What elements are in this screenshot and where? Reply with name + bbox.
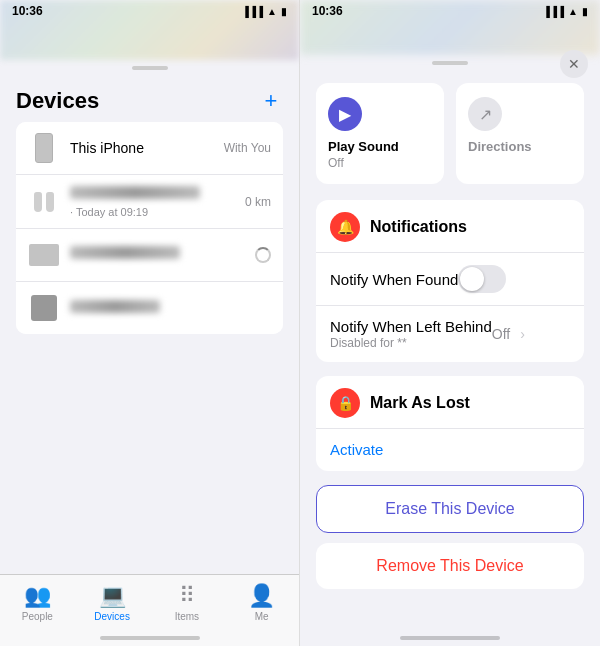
notify-left-info: Notify When Left Behind Disabled for ** bbox=[330, 318, 492, 350]
devices-title: Devices bbox=[16, 88, 99, 114]
device-info-4 bbox=[70, 299, 271, 317]
erase-button-label: Erase This Device bbox=[385, 500, 515, 517]
nav-label-people: People bbox=[22, 611, 53, 622]
home-indicator-right bbox=[400, 636, 500, 640]
directions-icon: ↗ bbox=[468, 97, 502, 131]
time-right: 10:36 bbox=[312, 4, 343, 18]
nav-label-devices: Devices bbox=[94, 611, 130, 622]
device-icon-4 bbox=[28, 292, 60, 324]
play-sound-card[interactable]: ▶ Play Sound Off bbox=[316, 83, 444, 184]
notifications-header: 🔔 Notifications bbox=[316, 200, 584, 252]
device-right-iphone: With You bbox=[224, 141, 271, 155]
add-device-button[interactable]: + bbox=[259, 89, 283, 113]
notifications-section: 🔔 Notifications Notify When Found Notify… bbox=[316, 200, 584, 362]
status-icons-right: ▐▐▐ ▲ ▮ bbox=[543, 6, 588, 17]
play-sound-icon: ▶ bbox=[328, 97, 362, 131]
devices-icon: 💻 bbox=[99, 583, 126, 609]
loading-spinner-macbook bbox=[255, 247, 271, 263]
close-icon: ✕ bbox=[568, 56, 580, 72]
device-name-4 bbox=[70, 300, 160, 313]
remove-button-label: Remove This Device bbox=[376, 557, 523, 574]
device-list: This iPhone With You · Today at 09:19 0 … bbox=[16, 122, 283, 334]
devices-header: Devices + bbox=[0, 78, 299, 122]
device-name-airpods bbox=[70, 186, 200, 199]
handle-bar-right bbox=[432, 61, 468, 65]
signal-icon-right: ▐▐▐ bbox=[543, 6, 564, 17]
status-icons-left: ▐▐▐ ▲ ▮ bbox=[242, 6, 287, 17]
device-info-macbook bbox=[70, 245, 247, 266]
device-name-iphone: This iPhone bbox=[70, 140, 216, 156]
device-info-iphone: This iPhone bbox=[70, 140, 216, 156]
notifications-icon: 🔔 bbox=[330, 212, 360, 242]
notify-left-sublabel: Disabled for ** bbox=[330, 336, 492, 350]
battery-icon-left: ▮ bbox=[281, 6, 287, 17]
device-right-airpods: 0 km bbox=[245, 195, 271, 209]
wifi-icon-right: ▲ bbox=[568, 6, 578, 17]
notify-left-label: Notify When Left Behind bbox=[330, 318, 492, 335]
notify-left-value: Off bbox=[492, 326, 510, 342]
nav-item-people[interactable]: 👥 People bbox=[0, 583, 75, 622]
play-sound-sublabel: Off bbox=[328, 156, 344, 170]
device-item-macbook[interactable] bbox=[16, 229, 283, 282]
device-distance-airpods: 0 km bbox=[245, 195, 271, 209]
device-icon-macbook bbox=[28, 239, 60, 271]
mark-as-lost-title: Mark As Lost bbox=[370, 394, 470, 412]
device-icon-iphone bbox=[28, 132, 60, 164]
device-name-macbook bbox=[70, 246, 180, 259]
activate-label[interactable]: Activate bbox=[330, 441, 383, 458]
items-icon: ⠿ bbox=[179, 583, 195, 609]
home-indicator-left bbox=[100, 636, 200, 640]
right-panel: 10:36 ▐▐▐ ▲ ▮ ✕ ▶ Play Sound Off ↗ Direc… bbox=[300, 0, 600, 646]
device-subtitle-iphone: With You bbox=[224, 141, 271, 155]
notifications-title: Notifications bbox=[370, 218, 467, 236]
device-icon-airpods bbox=[28, 186, 60, 218]
mark-as-lost-header: 🔒 Mark As Lost bbox=[316, 376, 584, 428]
erase-device-button[interactable]: Erase This Device bbox=[316, 485, 584, 533]
action-row: ▶ Play Sound Off ↗ Directions bbox=[300, 83, 600, 184]
device-info-airpods: · Today at 09:19 bbox=[70, 185, 237, 218]
play-sound-label: Play Sound bbox=[328, 139, 399, 154]
mark-as-lost-section: 🔒 Mark As Lost Activate bbox=[316, 376, 584, 471]
directions-card[interactable]: ↗ Directions bbox=[456, 83, 584, 184]
close-button[interactable]: ✕ bbox=[560, 50, 588, 78]
remove-device-button[interactable]: Remove This Device bbox=[316, 543, 584, 589]
device-item-airpods[interactable]: · Today at 09:19 0 km bbox=[16, 175, 283, 229]
time-left: 10:36 bbox=[12, 4, 43, 18]
device-right-macbook bbox=[255, 247, 271, 263]
me-icon: 👤 bbox=[248, 583, 275, 609]
handle-bar-left bbox=[132, 66, 168, 70]
device-item-4[interactable] bbox=[16, 282, 283, 334]
status-bar-right: 10:36 ▐▐▐ ▲ ▮ bbox=[300, 0, 600, 22]
device-item-iphone[interactable]: This iPhone With You bbox=[16, 122, 283, 175]
nav-label-items: Items bbox=[175, 611, 199, 622]
notify-found-label: Notify When Found bbox=[330, 271, 458, 288]
notify-found-info: Notify When Found bbox=[330, 271, 458, 288]
bottom-nav: 👥 People 💻 Devices ⠿ Items 👤 Me bbox=[0, 574, 299, 646]
status-bar-left: 10:36 ▐▐▐ ▲ ▮ bbox=[0, 0, 299, 22]
notify-found-toggle[interactable] bbox=[458, 265, 506, 293]
nav-item-me[interactable]: 👤 Me bbox=[224, 583, 299, 622]
notify-left-row[interactable]: Notify When Left Behind Disabled for ** … bbox=[316, 305, 584, 362]
nav-item-items[interactable]: ⠿ Items bbox=[150, 583, 225, 622]
signal-icon-left: ▐▐▐ bbox=[242, 6, 263, 17]
battery-icon-right: ▮ bbox=[582, 6, 588, 17]
nav-item-devices[interactable]: 💻 Devices bbox=[75, 583, 150, 622]
nav-label-me: Me bbox=[255, 611, 269, 622]
mark-as-lost-icon: 🔒 bbox=[330, 388, 360, 418]
toggle-knob bbox=[460, 267, 484, 291]
wifi-icon-left: ▲ bbox=[267, 6, 277, 17]
activate-row[interactable]: Activate bbox=[316, 428, 584, 471]
directions-label: Directions bbox=[468, 139, 532, 154]
left-panel: 10:36 ▐▐▐ ▲ ▮ Devices + This iPhone With… bbox=[0, 0, 300, 646]
device-subtitle-airpods: · Today at 09:19 bbox=[70, 206, 237, 218]
notify-found-row: Notify When Found bbox=[316, 252, 584, 305]
people-icon: 👥 bbox=[24, 583, 51, 609]
chevron-right-icon: › bbox=[520, 326, 525, 342]
